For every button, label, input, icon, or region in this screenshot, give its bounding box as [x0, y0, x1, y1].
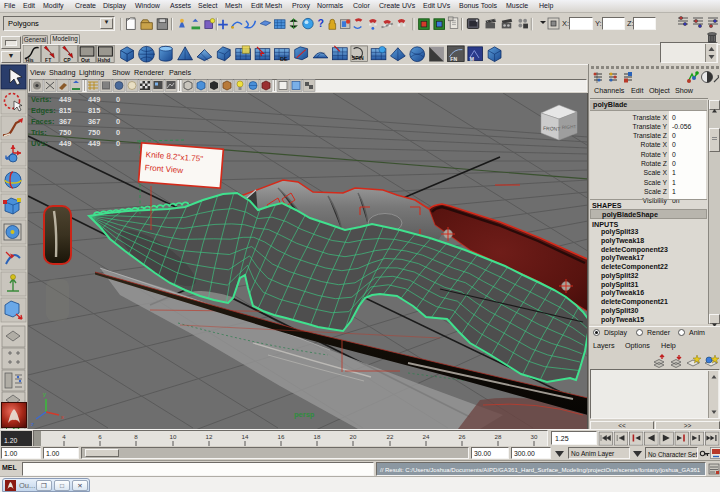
- svg-text:449: 449: [88, 95, 100, 104]
- svg-text:DE: DE: [280, 56, 288, 62]
- svg-text:FN: FN: [450, 56, 457, 62]
- svg-text:750: 750: [88, 128, 100, 137]
- svg-text:16: 16: [278, 433, 285, 440]
- svg-text:24: 24: [423, 433, 430, 440]
- svg-text:UVs:: UVs:: [31, 139, 48, 148]
- svg-text:RIGHT: RIGHT: [562, 124, 577, 130]
- svg-text:30: 30: [531, 433, 538, 440]
- svg-text:Out: Out: [81, 57, 90, 63]
- svg-text:28: 28: [495, 433, 502, 440]
- svg-text:Faces:: Faces:: [31, 117, 54, 126]
- svg-text:815: 815: [88, 106, 100, 115]
- svg-text:6: 6: [98, 433, 102, 440]
- svg-text:367: 367: [59, 117, 71, 126]
- svg-text:Tris:: Tris:: [31, 128, 47, 137]
- svg-text:750: 750: [59, 128, 71, 137]
- svg-text:14: 14: [242, 433, 249, 440]
- svg-text:0: 0: [116, 106, 120, 115]
- svg-text:0: 0: [116, 139, 120, 148]
- svg-text:0: 0: [116, 117, 120, 126]
- svg-text:4: 4: [62, 433, 66, 440]
- svg-text:8: 8: [134, 433, 138, 440]
- svg-text:His: His: [26, 57, 34, 63]
- svg-text:0: 0: [116, 128, 120, 137]
- svg-text:y: y: [43, 391, 46, 397]
- svg-text:Edges:: Edges:: [31, 106, 56, 115]
- svg-text:449: 449: [88, 139, 100, 148]
- svg-text:0: 0: [116, 95, 120, 104]
- svg-text:26: 26: [459, 433, 466, 440]
- svg-text:Verts:: Verts:: [31, 95, 52, 104]
- svg-text:20: 20: [350, 433, 357, 440]
- svg-text:persp: persp: [294, 410, 315, 419]
- svg-text:Hshd: Hshd: [98, 57, 111, 63]
- svg-text:x: x: [61, 414, 64, 420]
- svg-text:M: M: [470, 56, 474, 62]
- svg-text:449: 449: [59, 95, 71, 104]
- svg-text:FT: FT: [45, 57, 52, 63]
- svg-text:CP: CP: [64, 57, 72, 63]
- svg-text:367: 367: [88, 117, 100, 126]
- svg-text:449: 449: [59, 139, 71, 148]
- svg-text:12: 12: [206, 433, 213, 440]
- svg-text:SPIN: SPIN: [352, 55, 364, 61]
- svg-text:815: 815: [59, 106, 71, 115]
- svg-text:FRONT: FRONT: [543, 125, 561, 132]
- svg-text:?: ?: [318, 17, 324, 29]
- svg-text:z: z: [31, 421, 34, 427]
- svg-text:10: 10: [170, 433, 177, 440]
- svg-text:18: 18: [314, 433, 321, 440]
- svg-text:22: 22: [387, 433, 394, 440]
